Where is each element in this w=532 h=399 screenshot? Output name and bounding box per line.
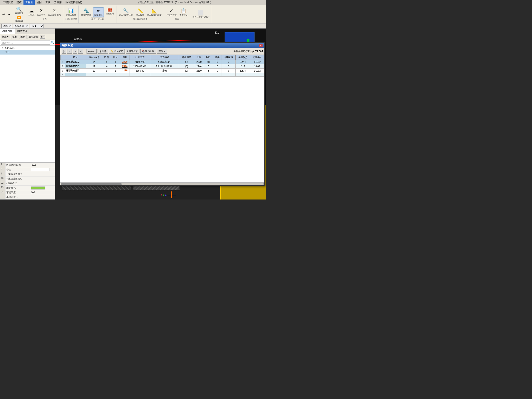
prop-row-7: 7 终点底标高(m) -6.05 — [0, 163, 55, 167]
delete-row-btn[interactable]: 🗑删除 — [98, 49, 108, 54]
cell-diameter: 12 — [86, 64, 102, 69]
redo-btn[interactable]: ↪ — [6, 12, 11, 17]
more-btn[interactable]: >> — [40, 35, 45, 39]
menu-collab[interactable]: 协同建模(限免) — [63, 0, 84, 5]
rebar-3d-btn[interactable]: 🧱 钢筋三维 — [105, 7, 115, 17]
th-bar-num: 筋号 — [65, 55, 86, 60]
calculate-btn[interactable]: Σ 汇总计算 — [36, 8, 46, 17]
cell-name — [65, 73, 86, 77]
tree-item-tj1[interactable]: TJ-1 — [0, 51, 55, 55]
main-content: 构件列表 图纸管理 × 新建▼ 复制 删除 层间复制 >> 🔍 ▼ — [0, 29, 266, 200]
3d-display-btn[interactable]: ⬜ 层显三维显示图元/ — [191, 10, 210, 19]
dialog-scrollbar[interactable] — [60, 183, 264, 185]
th-formula: 计算公式 — [130, 55, 150, 60]
menu-quantity[interactable]: 工程量 — [24, 0, 35, 5]
scrollbar-track[interactable] — [61, 183, 264, 185]
cell-grade — [102, 73, 111, 77]
construction-multi-region-btn[interactable]: 📐 施工段多区域量 — [146, 8, 162, 17]
nav-first-btn[interactable]: |< — [62, 49, 66, 54]
find-element-btn[interactable]: 🔍 查找图元 — [14, 6, 24, 15]
app-title: 广联达BIM土建计量平台 GTJ2021 - [C:\Users\dell\De… — [84, 1, 265, 4]
expand-icon-9[interactable]: + — [6, 173, 8, 175]
table-row[interactable]: 3底部分布筋.212⊕121102150-40净长(0)21108031.874… — [61, 69, 264, 73]
cell-overlap: 0 — [213, 64, 222, 69]
civil-results-title: 土建计算结果 — [65, 17, 77, 21]
main-toolbar: ↩ ↪ 🔍 查找图元 🔽 过滤图元 ☁ 云汇总 Σ 汇总计算 Σ 汇总选中图元 — [0, 5, 266, 24]
cell-loss: 3 — [222, 69, 236, 73]
edit-rebar-btn[interactable]: ✏ 编辑钢筋 — [93, 7, 104, 17]
cell-row-num: 3 — [61, 69, 65, 73]
item-selector[interactable]: TJ-1 — [30, 24, 44, 28]
th-grade: 级别 — [102, 55, 111, 60]
cell-name: 底部受力筋.1 — [65, 60, 86, 64]
view-rebar-btn[interactable]: 🔩 查看钢筋量 — [80, 7, 92, 17]
menu-cloud[interactable]: 云应用 — [52, 0, 63, 5]
th-diameter: 直径(mm) — [86, 55, 102, 60]
cell-length — [194, 73, 204, 77]
th-total-weight: 总重(kg) — [250, 55, 264, 60]
cell-shape-num: 1 — [111, 69, 120, 73]
nav-last-btn[interactable]: >| — [78, 49, 83, 54]
table-row[interactable]: 4 — [61, 73, 264, 77]
cell-diameter — [86, 73, 102, 77]
th-overlap: 搭接 — [213, 55, 222, 60]
cell-bend-adj: (0) — [179, 69, 194, 73]
dialog-close-btn[interactable]: × — [259, 44, 263, 47]
view-report-btn[interactable]: 📋 查看报... — [178, 8, 189, 17]
search-icon[interactable]: 🔍 — [51, 41, 54, 44]
view-quantity-btn[interactable]: 📊 查看工程量 — [65, 8, 77, 17]
construction-rebar-3d-btn[interactable]: 🔧 施工段钢筋三维 — [118, 8, 134, 17]
cell-shape-num: 1 — [111, 64, 120, 69]
new-component-btn[interactable]: 新建▼ — [1, 35, 10, 39]
floor-copy-btn[interactable]: 层间复制 — [27, 35, 39, 39]
menu-project-settings[interactable]: 工程设置 — [1, 0, 15, 5]
cell-shape-num — [111, 73, 120, 77]
rebar-table-container[interactable]: 筋号 直径(mm) 级别 图号 图形 计算公式 公式描述 弯曲调整 长度 根数 — [60, 55, 264, 183]
cell-total-weight — [250, 73, 264, 77]
rebar-library-btn[interactable]: 📚钢筋图库 — [140, 49, 156, 54]
construction-quantity-btn[interactable]: 📏 施工段量 — [135, 8, 145, 17]
undo-btn[interactable]: ↩ — [1, 12, 6, 17]
tree-item-strip-foundation[interactable]: ▼ 条形基础 — [0, 45, 55, 51]
th-shape: 图形 — [120, 55, 130, 60]
cloud-summary-btn[interactable]: ☁ 云汇总 — [27, 8, 35, 17]
cell-count: 8 — [204, 69, 213, 73]
calculate-selected-btn[interactable]: Σ 汇总选中图元 — [47, 8, 62, 17]
scale-rebar-btn[interactable]: 📏缩尺配筋 — [109, 49, 125, 54]
nav-prev-btn[interactable]: < — [67, 49, 72, 54]
table-row[interactable]: 2底部分布筋.112⊕124442150+49*d/2净长+伸入相邻构···(0… — [61, 64, 264, 69]
tab-component-list[interactable]: 构件列表 — [0, 29, 15, 34]
cell-length: 2444 — [194, 64, 204, 69]
cell-diameter: 14 — [86, 60, 102, 64]
nav-next-btn[interactable]: > — [73, 49, 77, 54]
rebar-info-btn[interactable]: ℹ钢筋信息 — [126, 49, 139, 54]
cad-viewport: D1- 2/D1-R → X Y — [55, 29, 266, 200]
legality-check-btn[interactable]: ✓ 合法性检查 — [165, 8, 178, 17]
axis-display: X Y Z — [161, 194, 167, 196]
tree-arrow: ▼ — [2, 47, 4, 49]
menu-view[interactable]: 视图 — [35, 0, 44, 5]
table-row[interactable]: 1底部受力筋.114⊕120202100-2*40基础底宽-2*···(0)20… — [61, 60, 264, 64]
menu-tools[interactable]: 工具 — [44, 0, 52, 5]
cell-length: 2110 — [194, 69, 204, 73]
filter-element-btn[interactable]: 🔽 过滤图元 — [14, 15, 24, 23]
total-weight-label: 单构件钢筋总重(kg): — [234, 50, 254, 53]
construction-group: 🔧 施工段钢筋三维 📏 施工段量 📐 施工段多区域量 施工段计算结果 — [116, 6, 164, 23]
th-count: 根数 — [204, 55, 213, 60]
rebar-results-group: 🔩 查看钢筋量 ✏ 编辑钢筋 🧱 钢筋三维 钢筋计算结果 — [79, 6, 116, 23]
insert-btn[interactable]: ⊕插入 — [87, 49, 97, 54]
remark-input[interactable] — [31, 168, 50, 171]
dialog-title: 编辑钢筋 — [62, 44, 73, 47]
search-input[interactable] — [1, 40, 51, 45]
subtype-selector[interactable]: 条形基础 — [13, 24, 29, 28]
cell-bend-adj: (0) — [179, 60, 194, 64]
others-btn[interactable]: 其他▼ — [157, 49, 167, 54]
tab-drawing-management[interactable]: 图纸管理 — [15, 29, 30, 34]
delete-component-btn[interactable]: 删除 — [19, 35, 26, 39]
menu-modeling[interactable]: 建模 — [15, 0, 24, 5]
copy-component-btn[interactable]: 复制 — [11, 35, 19, 39]
fill-color-box[interactable] — [31, 186, 45, 190]
expand-icon-22[interactable]: - — [6, 182, 7, 184]
type-selector[interactable]: 基础 — [1, 24, 12, 28]
expand-icon-16[interactable]: + — [6, 177, 8, 180]
